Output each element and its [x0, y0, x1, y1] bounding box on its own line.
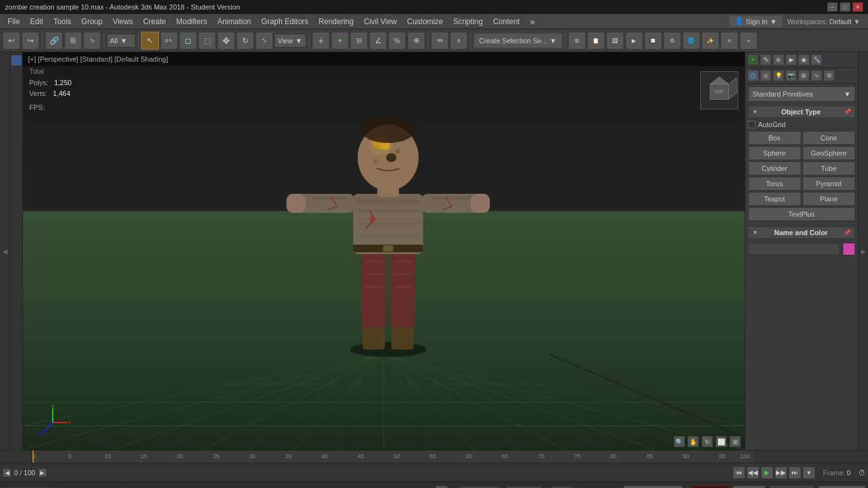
cylinder-button[interactable]: Cylinder	[748, 161, 801, 175]
utilities-tab-icon[interactable]: 🔧	[811, 54, 822, 65]
name-color-section-header[interactable]: ▼ Name and Color 📌	[748, 226, 855, 239]
geosphere-button[interactable]: GeoSphere	[803, 146, 856, 160]
timeline-prev-button[interactable]: ◀	[3, 468, 11, 477]
maxscript-mini-button[interactable]: MAXScript Mi...	[3, 485, 53, 489]
display-tab-icon[interactable]: ◉	[798, 54, 810, 65]
key-filters-button[interactable]: Key Filters...	[818, 485, 865, 489]
menu-tools[interactable]: Tools	[48, 16, 76, 27]
set-key-button[interactable]: Set Key	[733, 485, 766, 489]
menu-views[interactable]: Views	[107, 16, 138, 27]
menu-customize[interactable]: Customize	[402, 16, 449, 27]
undo-button[interactable]: ↩	[3, 32, 20, 50]
pyramid-button[interactable]: Pyramid	[803, 177, 856, 191]
unlink-button[interactable]: ⛓	[64, 32, 82, 50]
percent-snap-button[interactable]: %	[388, 32, 406, 50]
modify-tab-icon[interactable]: ✎	[760, 54, 771, 65]
select-rotate-button[interactable]: ↻	[236, 32, 254, 50]
x-input[interactable]: 168.378	[460, 486, 498, 489]
viewport[interactable]: [+] [Perspective] [Standard] [Default Sh…	[23, 52, 745, 450]
add-transform-button[interactable]: +	[331, 32, 349, 50]
sphere-button[interactable]: Sphere	[748, 146, 801, 160]
angle-snap-button[interactable]: ∠	[369, 32, 387, 50]
autogrid-checkbox[interactable]	[748, 121, 756, 128]
next-frame-button[interactable]: ▶▶	[775, 466, 787, 479]
vp-maximize-button[interactable]: ⬜	[715, 436, 727, 447]
minimize-button[interactable]: ─	[827, 3, 837, 11]
auto-key-button[interactable]: Auto Key	[691, 485, 729, 489]
menu-modifiers[interactable]: Modifiers	[171, 16, 212, 27]
render-frame-button[interactable]: ▶	[625, 32, 643, 50]
lights-icon[interactable]: 💡	[773, 70, 784, 81]
menu-file[interactable]: File	[3, 16, 25, 27]
redo-button[interactable]: ↪	[22, 32, 39, 50]
render-button[interactable]: 🔲	[644, 32, 662, 50]
render-effects-button[interactable]: ✨	[702, 32, 719, 50]
shapes-icon[interactable]: ◎	[760, 70, 771, 81]
right-expand-arrow[interactable]: ▶	[858, 52, 868, 450]
play-options-button[interactable]: ▼	[803, 466, 815, 479]
add-time-tag-button[interactable]: ⊞ Add Time Tag	[623, 485, 683, 489]
vp-zoom-button[interactable]: 🔍	[674, 436, 685, 447]
lock-button[interactable]: 🔒	[435, 485, 448, 489]
filter-dropdown[interactable]: All ▼	[107, 34, 135, 48]
layer-manager-button[interactable]: 📋	[587, 32, 605, 50]
menu-edit[interactable]: Edit	[25, 16, 48, 27]
select-object-button[interactable]: ↖	[141, 32, 159, 50]
align-button[interactable]: ⊟	[350, 32, 368, 50]
menu-graph-editors[interactable]: Graph Editors	[256, 16, 313, 27]
selected-dropdown[interactable]: Selected ▼	[770, 485, 814, 489]
spinner-snap-button[interactable]: ⊕	[407, 32, 425, 50]
menu-create[interactable]: Create	[138, 16, 171, 27]
plane-button[interactable]: Plane	[803, 192, 856, 206]
more-tools-button[interactable]: »	[740, 32, 757, 50]
menu-more[interactable]: »	[525, 15, 540, 28]
create-selection-button[interactable]: Create Selection Se... ▼	[473, 33, 562, 48]
snap-toggle-button[interactable]: +	[312, 32, 330, 50]
sign-in-button[interactable]: 👤 Sign In ▼	[729, 16, 782, 27]
helpers-icon[interactable]: ⊞	[798, 70, 810, 81]
viewport-thumbnail[interactable]	[11, 55, 22, 66]
vp-pan-button[interactable]: ✋	[688, 436, 699, 447]
close-button[interactable]: ✕	[853, 3, 863, 11]
select-by-name-button[interactable]: ≡↖	[160, 32, 178, 50]
select-link-button[interactable]: 🔗	[45, 32, 63, 50]
jump-to-start-button[interactable]: ⏮	[733, 466, 745, 479]
view-cube[interactable]: TOP	[700, 71, 738, 109]
rectangular-region-button[interactable]: ◻	[179, 32, 197, 50]
autodesk-button[interactable]: A	[721, 32, 738, 50]
object-type-section-header[interactable]: ▼ Object Type 📌	[748, 105, 855, 118]
bind-space-warp-button[interactable]: ∿	[83, 32, 101, 50]
render-env-button[interactable]: 🌐	[682, 32, 700, 50]
cone-button[interactable]: Cone	[803, 131, 856, 145]
menu-group[interactable]: Group	[76, 16, 107, 27]
maximize-button[interactable]: □	[840, 3, 850, 11]
tube-button[interactable]: Tube	[803, 161, 856, 175]
y-input[interactable]: -15.622	[506, 486, 541, 489]
hierarchy-tab-icon[interactable]: ⊕	[773, 54, 784, 65]
view-dropdown[interactable]: View ▼	[275, 34, 306, 48]
named-sets-button[interactable]: ⊞	[568, 32, 586, 50]
object-name-input[interactable]	[748, 243, 840, 255]
render-type-button[interactable]: 🖼	[606, 32, 624, 50]
jump-to-end-button[interactable]: ⏭	[789, 466, 801, 479]
menu-rendering[interactable]: Rendering	[313, 16, 358, 27]
systems-icon[interactable]: ⚙	[824, 70, 835, 81]
torus-button[interactable]: Torus	[748, 177, 801, 191]
select-move-button[interactable]: ✥	[217, 32, 235, 50]
window-crossing-button[interactable]: ⬚	[198, 32, 216, 50]
timeline-next-button[interactable]: ▶	[38, 468, 47, 477]
menu-animation[interactable]: Animation	[212, 16, 256, 27]
vp-orbit-button[interactable]: ↻	[702, 436, 713, 447]
box-button[interactable]: Box	[748, 131, 801, 145]
cameras-icon[interactable]: 📷	[785, 70, 797, 81]
left-expand-arrow[interactable]: ◀	[0, 52, 10, 450]
render-setup-button[interactable]: ⚙	[663, 32, 681, 50]
color-swatch[interactable]	[843, 243, 855, 255]
time-config-button[interactable]: ⏱	[858, 469, 865, 477]
menu-content[interactable]: Content	[488, 16, 525, 27]
create-tab-icon[interactable]: +	[747, 54, 759, 65]
menu-scripting[interactable]: Scripting	[448, 16, 488, 27]
primitives-dropdown[interactable]: Standard Primitives ▼	[748, 86, 855, 102]
prev-frame-button[interactable]: ◀◀	[747, 466, 759, 479]
teapot-button[interactable]: Teapot	[748, 192, 801, 206]
